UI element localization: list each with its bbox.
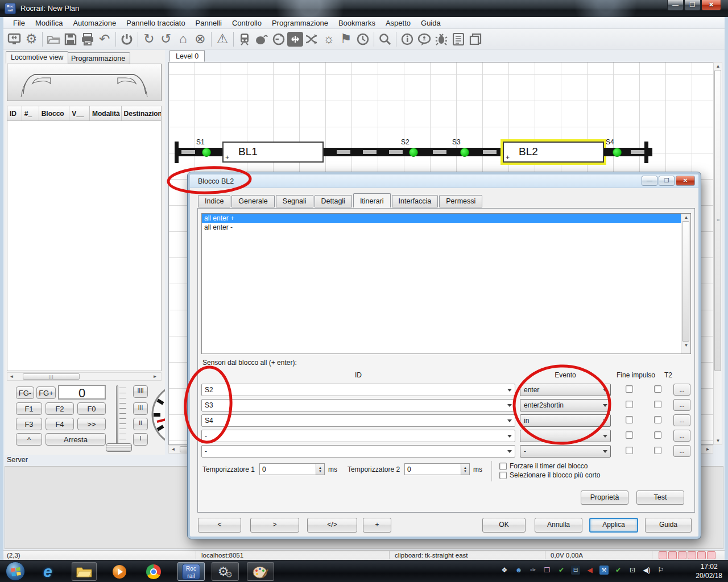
menu-aspetto[interactable]: Aspetto (380, 18, 416, 28)
color-utility-icon[interactable]: ❒ (543, 566, 552, 575)
step4-button[interactable]: IIII (133, 385, 148, 398)
undo-icon[interactable]: ↶ (96, 31, 113, 48)
scroll-down-icon[interactable]: ▼ (714, 437, 722, 444)
t2-checkbox[interactable] (654, 447, 661, 454)
throttle-slider-track[interactable] (116, 385, 118, 448)
menu-pannello-tracciato[interactable]: Pannello tracciato (121, 18, 190, 28)
taskbar-rocrail-icon[interactable]: Roc rail (177, 562, 205, 581)
f3-button[interactable]: F3 (16, 418, 42, 430)
help-button[interactable]: Guida (645, 518, 692, 533)
route-list-item[interactable]: all enter - (202, 223, 690, 232)
print-icon[interactable] (79, 31, 96, 48)
tab-permessi[interactable]: Permessi (439, 195, 482, 207)
route-list-item-selected[interactable]: all enter + (202, 214, 690, 223)
t2-checkbox[interactable] (654, 385, 661, 393)
dropbox-icon[interactable]: ❖ (500, 566, 509, 575)
ok-button[interactable]: OK (482, 518, 526, 533)
monitor-icon[interactable] (6, 31, 23, 48)
cancel-circle-icon[interactable]: ⊗ (192, 31, 209, 48)
shuffle-icon[interactable] (303, 31, 320, 48)
next-button[interactable]: > (250, 518, 299, 533)
clock-icon[interactable] (354, 31, 371, 48)
f4-button[interactable]: F4 (46, 418, 74, 430)
test-button[interactable]: Test (636, 490, 684, 505)
prev-button[interactable]: < (198, 518, 241, 533)
route-list-vscrollbar[interactable]: ▲ ▼ (681, 214, 690, 354)
col-destinazione[interactable]: Destinazione (122, 106, 161, 120)
timer1-input[interactable] (259, 463, 316, 475)
taskbar-explorer-icon[interactable] (72, 562, 97, 581)
f0-button[interactable]: F0 (77, 402, 106, 415)
step2-button[interactable]: II (133, 418, 148, 430)
tab-programmazione[interactable]: Programmazione (66, 52, 130, 65)
pen-tablet-icon[interactable]: ✑ (528, 566, 537, 575)
route-list[interactable]: all enter + all enter - ▲ ▼ (201, 213, 691, 354)
taskbar-clock[interactable]: 17:02 20/02/18 (696, 562, 722, 580)
tab-itinerari[interactable]: Itinerari (353, 193, 391, 207)
sensor-id-combo[interactable]: S2 (201, 384, 515, 396)
force-timer-option[interactable]: Forzare il timer del blocco (499, 462, 588, 470)
col-blocco[interactable]: Blocco (39, 106, 70, 120)
train-icon[interactable] (236, 31, 253, 48)
ellipsis-button[interactable]: ... (673, 445, 690, 457)
start-button[interactable] (6, 562, 25, 581)
sensor-id-combo[interactable]: S3 (201, 399, 515, 411)
tab-generale[interactable]: Generale (231, 195, 274, 207)
copy-icon[interactable] (467, 31, 484, 48)
timer2-spinner[interactable]: ▲▼ (461, 463, 470, 475)
scroll-up-icon[interactable]: ▲ (714, 63, 722, 70)
f1-button[interactable]: F1 (16, 402, 42, 415)
select-shortest-checkbox[interactable] (499, 472, 507, 479)
home-icon[interactable]: ⌂ (175, 31, 192, 48)
settings-tool-icon[interactable]: ⚒ (599, 566, 609, 575)
scroll-down-icon[interactable]: ▼ (681, 342, 691, 349)
bug-icon[interactable] (433, 31, 450, 48)
tab-level-0[interactable]: Level 0 (169, 50, 205, 62)
window-maximize-button[interactable]: ❐ (684, 0, 701, 11)
event-combo[interactable]: in (520, 414, 611, 427)
fine-impulso-checkbox[interactable] (626, 431, 633, 439)
menu-bookmarks[interactable]: Bookmarks (333, 18, 380, 28)
info-icon[interactable] (399, 31, 416, 48)
taskbar-internet-explorer-icon[interactable]: e (35, 562, 60, 581)
taskbar-chrome-icon[interactable] (141, 562, 166, 581)
menu-modifica[interactable]: Modifica (30, 18, 68, 28)
timer1-spinner[interactable]: ▲▼ (316, 463, 325, 475)
timer2-input[interactable] (404, 463, 461, 475)
fine-impulso-checkbox[interactable] (626, 447, 633, 454)
sensor-s4[interactable] (613, 148, 622, 157)
gears-icon[interactable]: ⚙ (23, 31, 40, 48)
f2-button[interactable]: F2 (46, 402, 74, 415)
taskbar-media-player-icon[interactable] (107, 562, 132, 581)
col-modalita[interactable]: Modalità (90, 106, 122, 120)
language-flag-icon[interactable]: ⚐ (656, 566, 665, 575)
taskbar-paint-icon[interactable] (247, 562, 274, 581)
save-icon[interactable] (62, 31, 79, 48)
tab-interfaccia[interactable]: Interfaccia (392, 195, 439, 207)
menu-automazione[interactable]: Automazione (68, 18, 121, 28)
volume-icon[interactable]: ◀) (642, 566, 651, 575)
fine-impulso-checkbox[interactable] (626, 385, 633, 393)
scroll-left-icon[interactable]: ◄ (7, 373, 16, 380)
sensor-s2[interactable] (409, 148, 418, 157)
window-minimize-button[interactable]: — (667, 0, 684, 11)
fg-minus-button[interactable]: FG- (16, 386, 34, 399)
step1-button[interactable]: I (133, 433, 148, 446)
add-button[interactable]: + (363, 518, 391, 533)
ellipsis-button[interactable]: ... (673, 384, 690, 396)
fg-plus-button[interactable]: FG+ (36, 386, 56, 399)
apply-button[interactable]: Applica (589, 518, 638, 533)
col-v[interactable]: V__ (69, 106, 90, 120)
direction-button[interactable]: ^ (16, 433, 42, 446)
block-bl1[interactable]: BL1 + (222, 142, 324, 163)
messenger-icon[interactable]: ☻ (514, 566, 523, 575)
t2-checkbox[interactable] (654, 416, 661, 423)
throttle-slider-handle[interactable] (106, 443, 132, 452)
event-combo[interactable] (520, 430, 611, 442)
scroll-up-icon[interactable]: ▲ (681, 214, 691, 221)
open-folder-icon[interactable] (45, 31, 62, 48)
event-combo[interactable]: enter2shortin (520, 399, 611, 411)
fine-impulso-checkbox[interactable] (626, 401, 633, 408)
select-shortest-option[interactable]: Selezionare il blocco più corto (499, 471, 600, 479)
canvas-vscrollbar[interactable]: ▲ ≡ ▼ (713, 62, 722, 445)
